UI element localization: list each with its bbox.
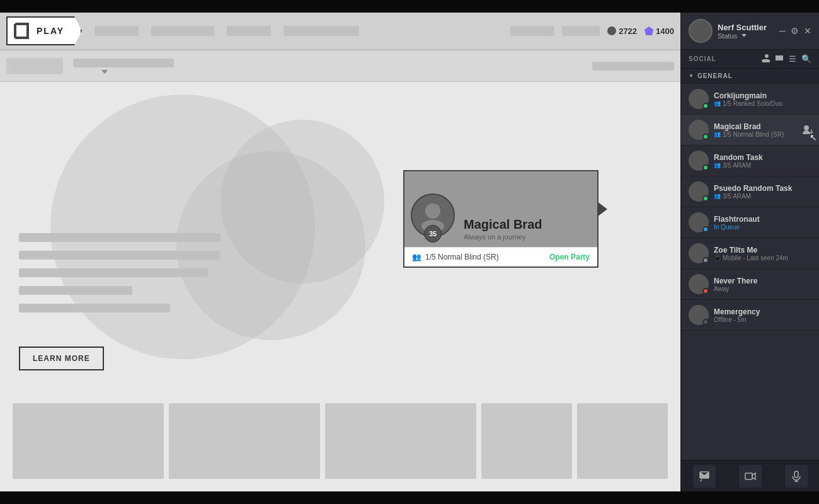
friend-name-flashtronaut: Flashtronaut: [714, 215, 811, 224]
friend-avatar-memergency: [689, 305, 709, 325]
friend-item-memergency[interactable]: Memergency Offline - 5m: [681, 300, 819, 331]
add-friend-icon[interactable]: [761, 54, 770, 64]
friend-info-magical-brad: Magical Brad 👥 1/5 Normal Blind (SR): [714, 122, 811, 138]
status-blue-indicator: [702, 226, 709, 232]
panel-avatar: [689, 19, 713, 43]
friend-group-icon-2: 👥: [714, 131, 721, 137]
friend-item-magical-brad[interactable]: Magical Brad 👥 1/5 Normal Blind (SR): [681, 115, 819, 146]
friend-name-random-task: Random Task: [714, 153, 811, 162]
friend-avatar-magical-brad: [689, 120, 709, 140]
friends-list: ▼ GENERAL Corkijungmain 👥 1/5 Ranked Sol…: [681, 69, 819, 460]
svg-point-5: [425, 203, 440, 219]
general-section-label: GENERAL: [697, 72, 733, 79]
friend-info-psuedo-random-task: Psuedo Random Task 👥 3/5 ARAM: [714, 184, 811, 200]
profile-name: Magical Brad: [464, 217, 591, 232]
svg-rect-10: [745, 473, 752, 479]
friend-avatar-corkijungmain: [689, 89, 709, 109]
friend-item-random-task[interactable]: Random Task 👥 3/5 ARAM: [681, 146, 819, 176]
friend-sub-psuedo-random-task: 👥 3/5 ARAM: [714, 193, 811, 200]
minimize-button[interactable]: ─: [779, 26, 786, 36]
list-icon[interactable]: ☰: [789, 54, 796, 64]
video-button[interactable]: [739, 465, 762, 488]
friend-group-icon-4: 👥: [714, 193, 721, 199]
friend-item-psuedo-random-task[interactable]: Psuedo Random Task 👥 3/5 ARAM: [681, 176, 819, 207]
friend-avatar-psuedo-random-task: [689, 181, 709, 202]
friend-name-memergency: Memergency: [714, 307, 811, 316]
thumbnail-3[interactable]: [325, 403, 476, 479]
ip-icon: [607, 26, 616, 35]
currency-rp: 1400: [644, 26, 674, 36]
friend-item-never-there[interactable]: Never There Away: [681, 269, 819, 300]
sub-nav-text-1: [73, 59, 174, 67]
nav-placeholder-4: [284, 26, 359, 36]
panel-header: Nerf Scuttler Status ─ ⚙ ✕: [681, 13, 819, 50]
friend-info-random-task: Random Task 👥 3/5 ARAM: [714, 153, 811, 169]
microphone-icon: [791, 471, 802, 482]
thumbnail-2[interactable]: [169, 403, 320, 479]
friend-sub-flashtronaut: In Queue: [714, 224, 811, 231]
friend-avatar-never-there: [689, 274, 709, 294]
friend-avatar-flashtronaut: [689, 212, 709, 232]
friend-info-zoe-tilts-me: Zoe Tilts Me 📱 Mobile - Last seen 24m: [714, 246, 811, 261]
currency-ip: 2722: [607, 26, 637, 36]
thumbnail-5[interactable]: [577, 403, 668, 479]
party-icon: 👥: [412, 253, 421, 261]
social-panel: Nerf Scuttler Status ─ ⚙ ✕ SOCIAL: [680, 13, 819, 491]
svg-rect-4: [26, 24, 29, 38]
close-button[interactable]: ✕: [804, 26, 811, 36]
game-area: PLAY 2722 1400: [0, 13, 680, 491]
friend-mobile-icon: 📱: [714, 255, 721, 261]
learn-more-button[interactable]: LEARN MORE: [19, 346, 104, 370]
chat-button[interactable]: [693, 465, 716, 488]
panel-username: Nerf Scuttler: [718, 23, 767, 32]
top-bar: [0, 0, 819, 13]
content-text-4: [19, 286, 132, 295]
panel-controls: ─ ⚙ ✕: [779, 26, 811, 36]
microphone-button[interactable]: [785, 465, 808, 488]
play-button[interactable]: PLAY: [6, 16, 82, 45]
thumbnail-4[interactable]: [481, 403, 572, 479]
general-section-header[interactable]: ▼ GENERAL: [681, 69, 819, 84]
nav-placeholder-3: [227, 26, 271, 36]
ip-amount: 2722: [619, 26, 637, 36]
panel-status-btn[interactable]: Status: [718, 32, 767, 40]
search-icon[interactable]: 🔍: [801, 54, 811, 64]
svg-line-9: [701, 479, 702, 481]
nav-placeholder-2: [151, 26, 214, 36]
friend-item-zoe-tilts-me[interactable]: Zoe Tilts Me 📱 Mobile - Last seen 24m: [681, 238, 819, 269]
friend-sub-zoe-tilts-me: 📱 Mobile - Last seen 24m: [714, 255, 811, 261]
sub-nav-btn-1[interactable]: [6, 58, 63, 74]
svg-rect-12: [794, 471, 798, 478]
invite-btn-area: ↖: [801, 123, 814, 136]
group-icon[interactable]: [775, 54, 784, 64]
friend-name-magical-brad: Magical Brad: [714, 122, 811, 131]
friend-name-corkijungmain: Corkijungmain: [714, 91, 811, 100]
rp-icon: [644, 26, 653, 35]
friend-name-psuedo-random-task: Psuedo Random Task: [714, 184, 811, 193]
status-online-indicator-2: [702, 134, 709, 140]
rp-amount: 1400: [656, 26, 674, 36]
friend-sub-magical-brad: 👥 1/5 Normal Blind (SR): [714, 131, 811, 138]
friend-item-flashtronaut[interactable]: Flashtronaut In Queue: [681, 207, 819, 238]
profile-level-badge: 35: [424, 225, 442, 243]
status-chevron-icon: [742, 34, 747, 37]
profile-card-footer: 👥 1/5 Normal Blind (SR) Open Party: [404, 247, 597, 266]
play-label: PLAY: [37, 26, 64, 36]
friend-info-never-there: Never There Away: [714, 277, 811, 292]
panel-user-info: Nerf Scuttler Status: [718, 23, 767, 40]
thumbnail-1[interactable]: [13, 403, 164, 479]
content-text-2: [19, 251, 220, 260]
profile-card: 35 Magical Brad Always on a journey 👥 1/…: [403, 170, 598, 268]
play-icon: [13, 21, 32, 40]
sub-nav-text-2: [592, 62, 674, 71]
content-area: LEARN MORE 35 Magical Brad: [0, 82, 680, 491]
settings-button[interactable]: ⚙: [791, 26, 799, 36]
open-party-link[interactable]: Open Party: [549, 253, 590, 261]
friend-group-icon-3: 👥: [714, 162, 721, 168]
friend-info-memergency: Memergency Offline - 5m: [714, 307, 811, 323]
friend-info-corkijungmain: Corkijungmain 👥 1/5 Ranked Solo/Duo: [714, 91, 811, 107]
friend-item-corkijungmain[interactable]: Corkijungmain 👥 1/5 Ranked Solo/Duo: [681, 84, 819, 115]
friend-sub-never-there: Away: [714, 285, 811, 292]
friend-avatar-random-task: [689, 151, 709, 171]
status-away-indicator: [702, 288, 709, 294]
